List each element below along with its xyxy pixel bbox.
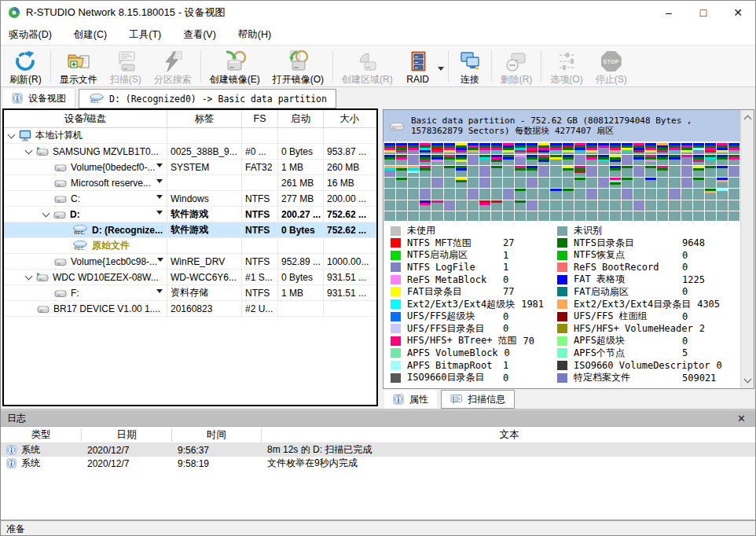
tree-row[interactable]: D:软件游戏NTFS200.27 ...752.62 ... <box>4 207 376 222</box>
scan-block <box>610 189 621 200</box>
scan-block <box>384 189 395 200</box>
legend-swatch <box>557 287 567 296</box>
tab-scan-partition[interactable]: REC. D: (Recognized0) -> Basic data part… <box>79 89 336 108</box>
scan-block <box>693 200 704 211</box>
tree-column-header[interactable]: FS <box>242 110 278 127</box>
tree-column-header[interactable]: 设备/磁盘 <box>4 110 167 127</box>
toolbar-separator <box>541 50 541 82</box>
log-column-header[interactable]: 时间 <box>172 428 262 442</box>
toolbar-button-wrap: 连接 <box>451 47 489 85</box>
legend-item: APFS个节点5 <box>557 348 722 358</box>
legend-swatch <box>391 324 401 333</box>
close-button[interactable]: ✕ <box>721 1 755 24</box>
chevron-expand-icon[interactable] <box>42 209 50 217</box>
open-image-button[interactable]: 打开镜像(O) <box>266 47 330 85</box>
scan-block <box>515 189 526 200</box>
menu-item[interactable]: 创建(C) <box>74 28 107 42</box>
delete-button[interactable]: 删除(R) <box>494 47 539 85</box>
refresh-button[interactable]: 刷新(R) <box>3 47 48 85</box>
tree-column-header[interactable]: 大小 <box>324 110 375 127</box>
scroll-down-icon[interactable] <box>743 376 751 384</box>
tab-properties[interactable]: 属性 <box>384 390 437 409</box>
chevron-down-icon[interactable] <box>156 163 163 171</box>
scan-block <box>693 155 704 166</box>
tree-row[interactable]: REC.D: (Recognize...软件游戏NTFS0 Bytes752.6… <box>4 222 376 238</box>
raid-button[interactable]: RAID <box>399 47 437 85</box>
connect-button[interactable]: 连接 <box>451 47 489 85</box>
options-button[interactable]: 选项(O) <box>544 47 589 85</box>
scan-block <box>503 189 514 200</box>
tree-column-header[interactable]: 标签 <box>167 110 242 127</box>
chevron-down-icon[interactable] <box>156 211 163 218</box>
scan-block <box>563 166 574 177</box>
log-row[interactable]: 系统2020/12/79:58:19文件枚举在9秒内完成 <box>1 457 756 470</box>
scan-block <box>717 166 728 177</box>
minimize-button[interactable]: – <box>651 1 686 24</box>
tree-row[interactable]: REC.原始文件 <box>4 238 376 254</box>
menu-item[interactable]: 驱动器(D) <box>9 28 52 42</box>
scroll-up-icon[interactable] <box>743 116 751 123</box>
scan-block <box>408 189 419 200</box>
scan-block <box>384 143 395 154</box>
create-image-button[interactable]: 创建镜像(E) <box>204 47 266 85</box>
menu-item[interactable]: 查看(V) <box>183 28 216 42</box>
chevron-down-icon[interactable] <box>157 258 163 265</box>
legend-swatch <box>391 287 401 296</box>
scan-block <box>681 143 692 154</box>
legend-label: APFS BitmapRoot <box>407 360 503 371</box>
tree-row-size-cell <box>324 238 375 253</box>
log-rows: 系统2020/12/79:56:378m 12s 的 D: 扫描已完成系统202… <box>1 443 756 470</box>
maximize-button[interactable]: □ <box>686 1 721 24</box>
log-column-header[interactable]: 日期 <box>82 428 172 442</box>
chevron-expand-icon[interactable] <box>8 130 16 138</box>
tab-device-view[interactable]: 设备视图 <box>3 89 75 108</box>
scan-block <box>527 155 538 166</box>
chevron-expand-icon[interactable] <box>25 146 33 154</box>
tree-row[interactable]: WDC WD10EZEX-08W...WD-WCC6Y6...#1 S...0 … <box>4 270 376 285</box>
scan-block <box>574 166 585 177</box>
menu-item[interactable]: 帮助(H) <box>238 28 271 42</box>
legend-swatch <box>557 238 567 248</box>
log-row[interactable]: 系统2020/12/79:56:378m 12s 的 D: 扫描已完成 <box>1 443 756 457</box>
create-region-button[interactable]: 创建区域(R) <box>336 47 399 85</box>
tree-row[interactable]: BR17 DEVICE V1.00 1....20160823#2 U... <box>4 301 376 317</box>
log-close-icon[interactable]: ✕ <box>737 413 750 424</box>
tree-row[interactable]: 本地计算机 <box>4 128 376 144</box>
scan-block <box>693 211 704 221</box>
tree-row-device-cell: Volume{1ecb0c98-... <box>4 254 167 269</box>
title-bar: R-STUDIO Network 8.15.180015 - 设备视图 – □ … <box>1 1 755 24</box>
tree-row[interactable]: C:WindowsNTFS277 MB200.00 ... <box>4 191 376 207</box>
chevron-down-icon[interactable] <box>156 179 163 186</box>
scan-block <box>550 155 561 166</box>
legend-swatch <box>557 336 567 346</box>
tree-row[interactable]: SAMSUNG MZVLB1T0...0025_388B_9...#0 ...0… <box>4 144 376 160</box>
tree-row[interactable]: Volume{0bedecf0-...SYSTEMFAT321 MB260 MB <box>4 160 376 175</box>
rec-icon: REC. <box>72 225 88 236</box>
scan-block <box>444 189 455 200</box>
chevron-down-icon[interactable] <box>438 67 444 74</box>
tree-column-header[interactable]: 启动 <box>278 110 324 127</box>
tree-row[interactable]: Volume{1ecb0c98-...WinRE_DRVNTFS952.89 .… <box>4 254 376 270</box>
scan-button[interactable]: 扫描(S) <box>104 47 148 85</box>
legend-label: 未使用 <box>407 224 503 237</box>
menu-item[interactable]: 工具(T) <box>129 28 161 42</box>
chevron-expand-icon[interactable] <box>25 272 33 280</box>
scan-block <box>444 155 455 166</box>
scan-block <box>633 178 644 189</box>
partition-search-button[interactable]: 分区搜索 <box>148 47 198 85</box>
scan-block <box>728 178 739 189</box>
tree-row[interactable]: Microsoft reserve...261 MB16 MB <box>4 175 376 191</box>
hdd-icon <box>36 147 49 156</box>
stop-button[interactable]: STOP停止(S) <box>589 47 633 85</box>
chevron-down-icon[interactable] <box>156 195 163 202</box>
tab-scan-info[interactable]: 扫描信息 <box>441 390 515 409</box>
scan-block <box>491 211 502 221</box>
show-files-button[interactable]: 显示文件 <box>53 47 104 85</box>
log-panel: 日志 ✕ 类型日期时间文本 系统2020/12/79:56:378m 12s 的… <box>1 409 756 519</box>
disk-icon <box>54 178 67 188</box>
tree-row[interactable]: F:资料存储NTFS1 MB931.51 ... <box>4 285 376 301</box>
scan-panel-scrollbar[interactable] <box>740 110 754 388</box>
log-column-header[interactable]: 文本 <box>262 428 756 442</box>
chevron-down-icon[interactable] <box>156 289 163 296</box>
log-column-header[interactable]: 类型 <box>1 428 82 442</box>
